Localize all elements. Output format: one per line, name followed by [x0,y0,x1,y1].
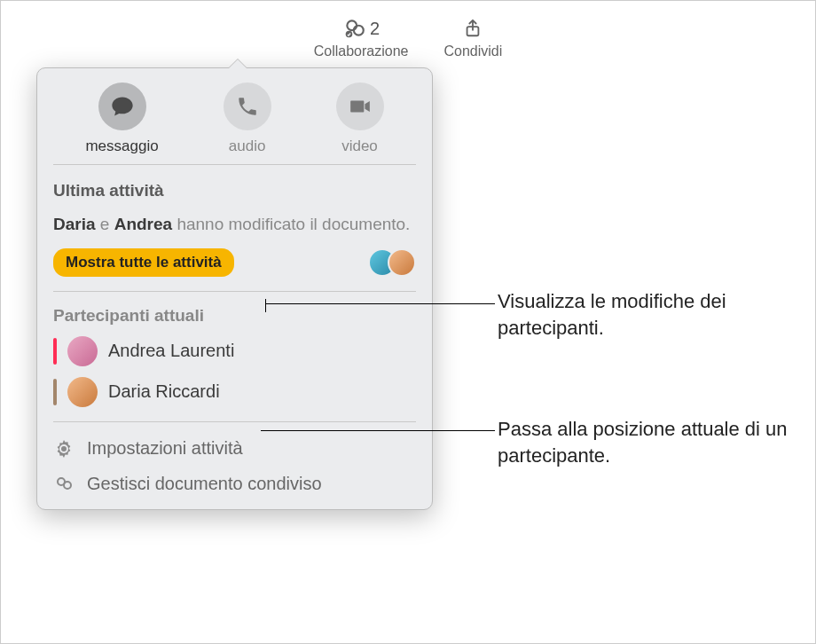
share-button[interactable]: Condividi [443,17,502,59]
phone-icon [236,95,259,118]
share-label: Condividi [443,43,502,59]
svg-point-1 [354,26,364,35]
participant-row[interactable]: Andrea Laurenti [53,336,416,366]
svg-point-0 [347,20,357,30]
avatar [67,336,98,366]
latest-activity-title: Ultima attività [53,181,416,200]
share-icon [460,17,485,40]
manage-shared-doc-button[interactable]: Gestisci documento condiviso [53,474,416,495]
callout-leader [265,299,266,312]
avatar [388,248,416,277]
callout-leader [261,430,495,431]
collab-popover: messaggio audio video Ultima attività Da… [36,67,433,510]
audio-button[interactable]: audio [224,82,271,155]
action-list: Impostazioni attività Gestisci documento… [53,438,416,495]
collab-label: Collaborazione [314,43,409,59]
video-button[interactable]: video [336,82,384,155]
collab-count: 2 [370,19,380,39]
avatar [67,377,98,407]
communication-row: messaggio audio video [53,77,416,165]
activity-name2: Andrea [114,215,172,233]
show-all-activity-button[interactable]: Mostra tutte le attività [53,248,234,277]
audio-label: audio [229,137,266,155]
participant-row[interactable]: Daria Riccardi [53,377,416,407]
activity-name1: Daria [53,215,96,233]
activity-settings-button[interactable]: Impostazioni attività [53,438,416,459]
show-all-row: Mostra tutte le attività [53,248,416,292]
participant-name: Andrea Laurenti [108,341,234,361]
people-icon [53,474,75,495]
video-label: video [341,137,378,155]
gear-clock-icon [53,438,75,459]
presence-color [53,379,57,405]
callout-leader [266,303,495,304]
participant-name: Daria Riccardi [108,381,220,402]
svg-point-5 [64,482,71,489]
collab-icon [342,17,367,40]
activity-avatars [368,248,416,277]
action-label: Impostazioni attività [87,438,243,459]
presence-color [53,338,57,365]
action-label: Gestisci documento condiviso [87,474,322,494]
callout-text: Passa alla posizione attuale di un parte… [498,416,810,468]
message-icon [110,94,135,119]
message-button[interactable]: messaggio [85,82,158,155]
callout-text: Visualizza le modifiche dei partecipanti… [498,288,799,341]
topbar: 2 Collaborazione Condividi [1,17,815,59]
participants-title: Partecipanti attuali [53,306,416,326]
video-icon [347,95,373,118]
activity-text: Daria e Andrea hanno modificato il docum… [53,213,416,236]
message-label: messaggio [85,137,158,155]
collab-button[interactable]: 2 Collaborazione [314,17,409,59]
participant-list: Andrea Laurenti Daria Riccardi [53,336,416,422]
